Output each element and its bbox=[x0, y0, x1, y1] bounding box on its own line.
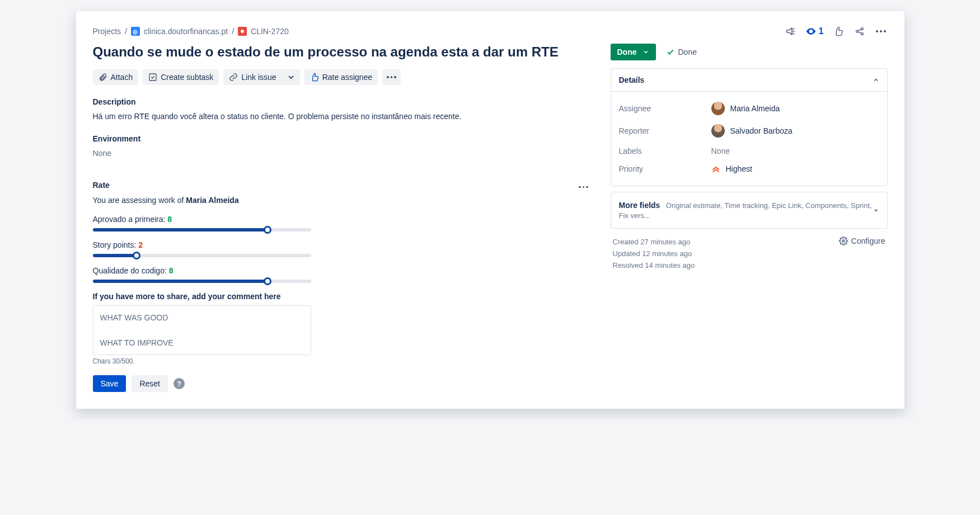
avatar bbox=[711, 124, 725, 138]
link-issue-dropdown[interactable] bbox=[282, 69, 300, 85]
breadcrumb-projects[interactable]: Projects bbox=[93, 27, 121, 36]
slider-track[interactable] bbox=[93, 254, 311, 257]
project-icon: ◎ bbox=[131, 27, 140, 36]
like-icon[interactable] bbox=[832, 25, 845, 38]
slider-thumb[interactable] bbox=[133, 252, 140, 259]
environment-label: Environment bbox=[93, 134, 588, 143]
more-fields-panel[interactable]: More fields Original estimate, Time trac… bbox=[611, 192, 888, 229]
chevron-down-icon bbox=[287, 73, 296, 82]
rate-assignee-button[interactable]: Rate assignee bbox=[304, 69, 378, 85]
comment-textarea[interactable]: WHAT WAS GOOD WHAT TO IMPROVE bbox=[93, 305, 311, 355]
gear-icon bbox=[839, 237, 848, 245]
rate-label: Rate bbox=[93, 181, 110, 190]
workflow-status: Done bbox=[666, 48, 697, 56]
slider-thumb[interactable] bbox=[264, 277, 271, 285]
field-priority[interactable]: Priority Highest bbox=[619, 160, 879, 178]
avatar bbox=[711, 102, 725, 115]
slider-track[interactable] bbox=[93, 228, 311, 231]
rate-more-icon[interactable] bbox=[579, 180, 588, 190]
description-text[interactable]: Há um erro RTE quando você altera o stat… bbox=[93, 112, 588, 121]
chevron-down-icon bbox=[643, 49, 649, 55]
share-icon[interactable] bbox=[853, 25, 866, 38]
bug-icon bbox=[238, 27, 247, 36]
environment-value[interactable]: None bbox=[93, 149, 588, 158]
chevron-down-icon bbox=[873, 207, 879, 214]
link-icon bbox=[229, 73, 238, 82]
create-subtask-button[interactable]: Create subtask bbox=[143, 69, 219, 85]
more-actions-icon[interactable] bbox=[874, 25, 888, 38]
watch-button[interactable]: 1 bbox=[805, 26, 824, 37]
details-panel-header[interactable]: Details bbox=[611, 69, 887, 92]
svg-rect-3 bbox=[149, 74, 156, 81]
details-panel: Details Assignee Maria Almeida Reporter … bbox=[611, 68, 888, 186]
breadcrumb-issue-key[interactable]: CLIN-2720 bbox=[251, 27, 289, 36]
reset-button[interactable]: Reset bbox=[132, 375, 168, 392]
help-icon[interactable]: ? bbox=[174, 378, 185, 389]
slider-aprovado: Aprovado a primeira: 8 bbox=[93, 215, 311, 231]
slider-track[interactable] bbox=[93, 280, 311, 283]
slider-story-points: Story points: 2 bbox=[93, 240, 311, 257]
subtask-icon bbox=[148, 73, 157, 82]
issue-view: Projects / ◎ clinica.doutorfinancas.pt /… bbox=[76, 11, 904, 409]
save-button[interactable]: Save bbox=[93, 375, 126, 392]
attach-icon bbox=[99, 73, 107, 82]
header-actions: 1 bbox=[784, 25, 888, 38]
breadcrumb: Projects / ◎ clinica.doutorfinancas.pt /… bbox=[93, 27, 289, 36]
slider-thumb[interactable] bbox=[264, 226, 271, 234]
svg-point-4 bbox=[842, 240, 845, 242]
feedback-icon[interactable] bbox=[784, 25, 798, 38]
toolbar-more-button[interactable] bbox=[382, 69, 401, 85]
rate-subtitle: You are assessing work of Maria Almeida bbox=[93, 196, 588, 205]
breadcrumb-project[interactable]: clinica.doutorfinancas.pt bbox=[144, 27, 228, 36]
field-labels[interactable]: Labels None bbox=[619, 142, 879, 160]
char-counter: Chars 30/500. bbox=[93, 357, 588, 365]
description-label: Description bbox=[93, 97, 588, 106]
field-assignee[interactable]: Assignee Maria Almeida bbox=[619, 97, 879, 120]
field-reporter[interactable]: Reporter Salvador Barboza bbox=[619, 120, 879, 142]
issue-title[interactable]: Quando se mude o estado de um processo n… bbox=[93, 44, 588, 60]
chevron-up-icon bbox=[873, 77, 879, 83]
priority-highest-icon bbox=[711, 164, 720, 173]
slider-qualidade: Qualidade do codigo: 8 bbox=[93, 266, 311, 283]
check-icon bbox=[666, 48, 675, 56]
watch-count: 1 bbox=[819, 26, 824, 36]
thumbs-up-icon bbox=[310, 73, 319, 82]
comment-label: If you have more to share, add your comm… bbox=[93, 292, 588, 301]
action-toolbar: Attach Create subtask Link issue Rate as… bbox=[93, 69, 588, 85]
link-issue-button[interactable]: Link issue bbox=[223, 69, 282, 85]
configure-button[interactable]: Configure bbox=[839, 237, 885, 245]
status-dropdown[interactable]: Done bbox=[611, 44, 656, 60]
dots-icon bbox=[387, 76, 396, 78]
meta-dates: Created 27 minutes ago Updated 12 minute… bbox=[613, 237, 695, 271]
attach-button[interactable]: Attach bbox=[93, 69, 139, 85]
